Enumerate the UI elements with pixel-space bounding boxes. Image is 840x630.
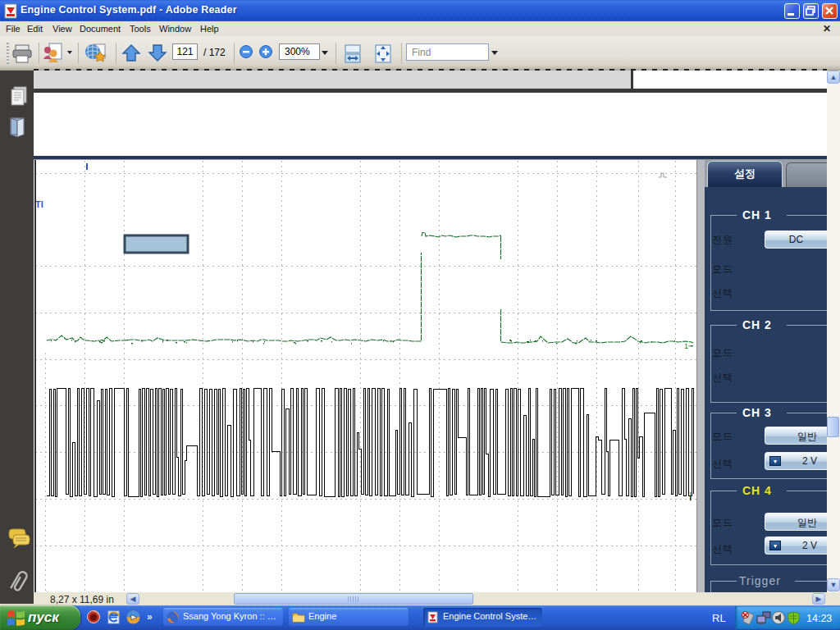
svg-text:1╼: 1╼	[684, 342, 693, 350]
svg-text:TI: TI	[35, 199, 43, 209]
svg-text:╽: ╽	[688, 491, 692, 501]
